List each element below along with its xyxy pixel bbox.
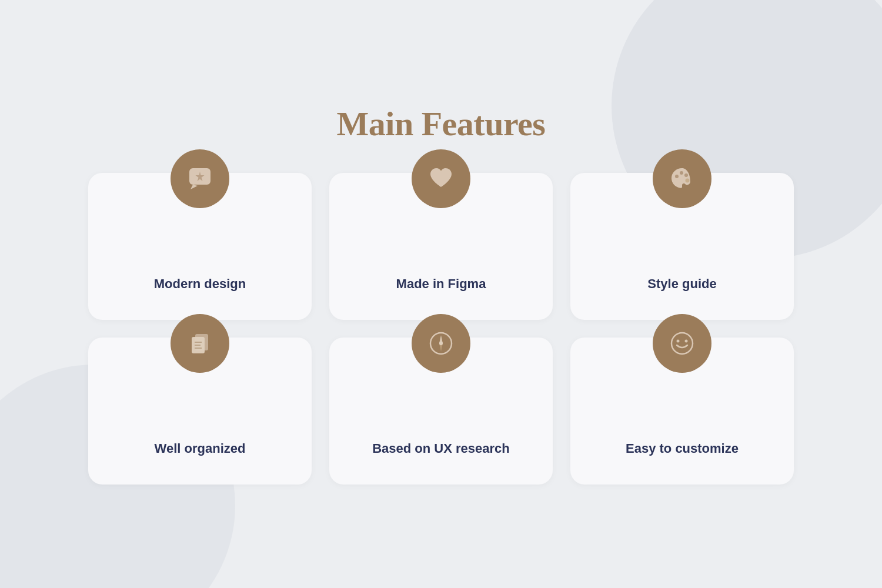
made-in-figma-icon-circle — [412, 149, 470, 208]
svg-point-5 — [686, 178, 690, 182]
svg-point-3 — [680, 171, 683, 175]
compass-icon — [427, 329, 455, 358]
svg-point-16 — [677, 339, 680, 342]
svg-point-4 — [684, 173, 688, 177]
page-container: Main Features Modern design — [88, 104, 794, 485]
ux-research-label: Based on UX research — [372, 440, 510, 458]
feature-card-made-in-figma: Made in Figma — [329, 173, 553, 320]
feature-card-style-guide: Style guide — [570, 173, 794, 320]
svg-marker-1 — [191, 185, 198, 189]
modern-design-icon-circle — [171, 149, 229, 208]
documents-icon — [186, 329, 214, 358]
easy-customize-label: Easy to customize — [626, 440, 739, 458]
feature-card-ux-research: Based on UX research — [329, 338, 553, 485]
feature-card-easy-customize: Easy to customize — [570, 338, 794, 485]
ux-research-icon-circle — [412, 314, 470, 373]
well-organized-icon-circle — [171, 314, 229, 373]
heart-icon — [427, 165, 455, 193]
feature-card-modern-design: Modern design — [88, 173, 312, 320]
svg-point-17 — [685, 339, 688, 342]
easy-customize-icon-circle — [653, 314, 711, 373]
svg-point-15 — [671, 333, 693, 354]
modern-design-label: Modern design — [154, 275, 246, 293]
smiley-icon — [668, 329, 696, 358]
made-in-figma-label: Made in Figma — [396, 275, 486, 293]
well-organized-label: Well organized — [155, 440, 246, 458]
sparkle-chat-icon — [186, 165, 214, 193]
svg-point-2 — [675, 175, 679, 178]
palette-icon — [668, 165, 696, 193]
style-guide-label: Style guide — [647, 275, 716, 293]
page-title: Main Features — [337, 104, 546, 143]
style-guide-icon-circle — [653, 149, 711, 208]
features-grid: Modern design Made in Figma — [88, 173, 794, 485]
svg-point-14 — [439, 342, 443, 345]
feature-card-well-organized: Well organized — [88, 338, 312, 485]
